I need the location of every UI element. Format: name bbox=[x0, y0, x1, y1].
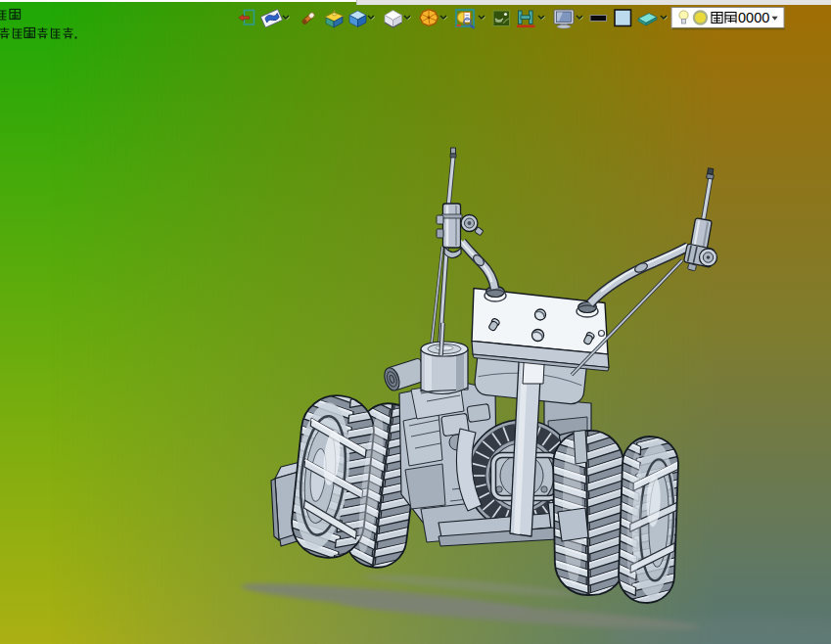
svg-text:0000: 0000 bbox=[738, 10, 769, 25]
